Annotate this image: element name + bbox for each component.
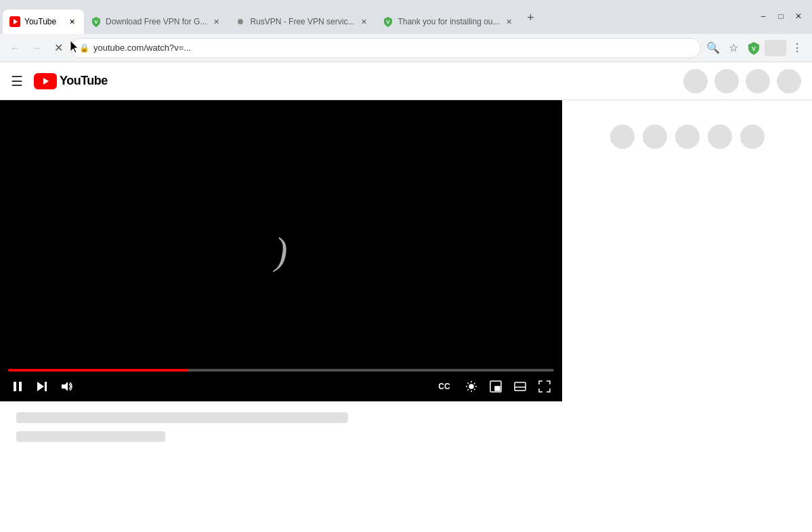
forward-button[interactable]: → (27, 39, 46, 58)
search-icon-btn[interactable]: 🔍 (704, 39, 723, 58)
progress-bar[interactable] (8, 369, 554, 372)
sidebar-avatar-4 (708, 125, 732, 149)
main-content: ) (0, 100, 812, 461)
svg-text:V: V (387, 19, 391, 25)
tab-rusvpn[interactable]: RusVPN - Free VPN servic... ✕ (228, 9, 376, 34)
svg-rect-9 (19, 382, 22, 391)
browser-window: YouTube ✕ V Download Free VPN for G... ✕ (0, 0, 812, 532)
vpn-shield-favicon: V (91, 16, 102, 27)
video-controls: CC (0, 363, 562, 401)
sidebar-avatar-2 (643, 125, 667, 149)
address-bar[interactable]: 🔒 youtube.com/watch?v=... (70, 38, 701, 58)
svg-marker-10 (37, 382, 44, 391)
miniplayer-button[interactable] (486, 377, 505, 396)
svg-rect-17 (515, 382, 526, 391)
video-info-skeleton (0, 401, 562, 461)
svg-marker-7 (43, 78, 49, 85)
skeleton-title (16, 412, 348, 423)
skeleton-subtitle (16, 431, 165, 442)
tab-youtube-close[interactable]: ✕ (66, 16, 77, 27)
header-right (683, 69, 801, 93)
fullscreen-button[interactable] (535, 377, 554, 396)
progress-fill (8, 369, 188, 372)
sidebar-avatars (573, 125, 801, 149)
rusvpn-favicon (235, 16, 246, 27)
youtube-favicon (9, 16, 20, 27)
tabs-area: YouTube ✕ V Download Free VPN for G... ✕ (0, 4, 750, 34)
menu-icon-btn[interactable]: ⋮ (788, 39, 807, 58)
youtube-logo-text: YouTube (60, 74, 108, 88)
minimize-button[interactable]: – (755, 8, 771, 24)
svg-text:V: V (752, 45, 756, 52)
tab-rusvpn-close[interactable]: ✕ (358, 16, 369, 27)
thankyou-favicon: V (383, 16, 393, 27)
tab-youtube[interactable]: YouTube ✕ (3, 9, 84, 34)
tab-rusvpn-title: RusVPN - Free VPN servic... (250, 17, 354, 26)
reload-button[interactable]: ✕ (49, 39, 68, 58)
tab-thankyou[interactable]: V Thank you for installing ou... ✕ (376, 9, 521, 34)
extensions-icon[interactable] (765, 40, 786, 56)
window-controls: – □ ✕ (750, 4, 812, 24)
close-button[interactable]: ✕ (790, 8, 807, 24)
svg-rect-11 (45, 382, 47, 391)
vpn-extension-icon[interactable]: V (744, 39, 763, 58)
settings-button[interactable] (462, 377, 481, 396)
svg-text:V: V (94, 19, 98, 25)
maximize-button[interactable]: □ (773, 8, 789, 24)
subtitles-button[interactable]: CC (432, 377, 456, 396)
tab-vpn-close[interactable]: ✕ (211, 16, 221, 27)
svg-rect-8 (14, 382, 16, 391)
svg-marker-12 (62, 382, 68, 391)
skip-next-button[interactable] (33, 377, 51, 396)
tab-vpn-download[interactable]: V Download Free VPN for G... ✕ (84, 9, 228, 34)
hamburger-menu[interactable]: ☰ (11, 73, 23, 89)
lock-icon: 🔒 (79, 43, 89, 53)
header-avatar-2 (714, 69, 739, 93)
spinner-arc: ) (275, 232, 288, 270)
sidebar-area (562, 100, 812, 461)
address-text: youtube.com/watch?v=... (93, 43, 692, 53)
sidebar-avatar-3 (675, 125, 700, 149)
tab-vpn-title: Download Free VPN for G... (106, 17, 207, 26)
controls-row: CC (8, 377, 554, 396)
youtube-header: ☰ YouTube (0, 62, 812, 100)
browser-navbar: ← → ✕ 🔒 youtube.com/watch?v=... 🔍 ☆ V ⋮ (0, 34, 812, 62)
youtube-logo[interactable]: YouTube (34, 73, 108, 89)
header-avatar-4 (777, 69, 801, 93)
theater-button[interactable] (511, 377, 530, 396)
svg-point-4 (238, 19, 243, 24)
tab-thankyou-title: Thank you for installing ou... (398, 17, 499, 26)
tab-youtube-title: YouTube (24, 17, 62, 26)
sidebar-avatar-5 (740, 125, 765, 149)
page-content: ☰ YouTube (0, 62, 812, 532)
loading-spinner: ) (268, 234, 295, 268)
svg-rect-16 (495, 386, 500, 391)
tab-thankyou-close[interactable]: ✕ (504, 16, 515, 27)
video-player[interactable]: ) (0, 100, 562, 401)
new-tab-button[interactable]: + (521, 8, 540, 27)
video-section: ) (0, 100, 562, 461)
browser-titlebar: YouTube ✕ V Download Free VPN for G... ✕ (0, 0, 812, 34)
header-avatar-3 (746, 69, 770, 93)
sidebar-avatar-1 (610, 125, 635, 149)
volume-button[interactable] (57, 377, 76, 396)
pause-button[interactable] (8, 377, 27, 396)
youtube-logo-icon (34, 73, 57, 89)
back-button[interactable]: ← (5, 39, 24, 58)
bookmark-icon-btn[interactable]: ☆ (724, 39, 743, 58)
navbar-right: 🔍 ☆ V ⋮ (704, 39, 807, 58)
header-avatar-1 (683, 69, 708, 93)
right-controls: CC (432, 377, 554, 396)
